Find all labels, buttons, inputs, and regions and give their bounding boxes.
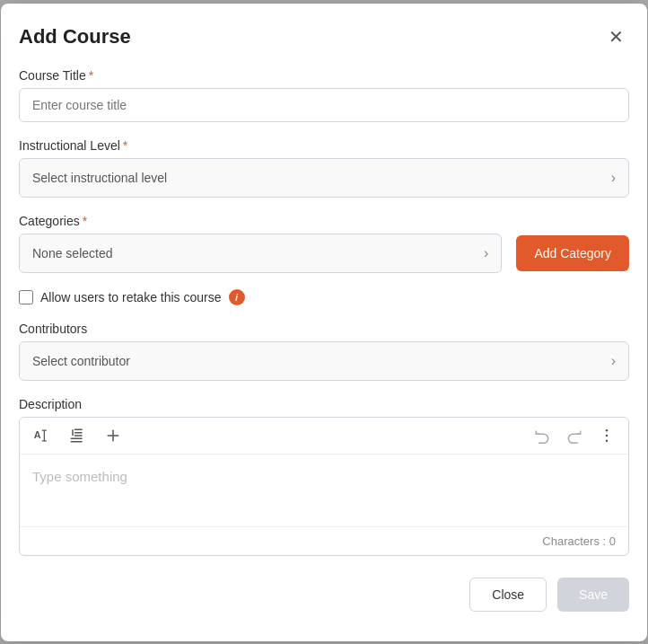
insert-icon[interactable] bbox=[102, 425, 124, 446]
save-button[interactable]: Save bbox=[557, 578, 629, 612]
instructional-level-label: Instructional Level * bbox=[19, 138, 629, 153]
description-label: Description bbox=[19, 397, 629, 411]
description-editor: A bbox=[19, 417, 629, 556]
allow-retake-row: Allow users to retake this course i bbox=[19, 289, 629, 305]
redo-icon[interactable] bbox=[564, 425, 585, 446]
more-options-icon[interactable] bbox=[596, 425, 617, 446]
undo-icon[interactable] bbox=[531, 425, 553, 446]
contributors-placeholder: Select contributor bbox=[32, 354, 130, 368]
categories-field: Categories * None selected › Add Categor… bbox=[19, 214, 629, 273]
svg-point-7 bbox=[606, 428, 609, 431]
toolbar-left: A bbox=[31, 425, 517, 446]
svg-point-8 bbox=[606, 434, 609, 437]
close-button[interactable]: Close bbox=[469, 578, 547, 612]
info-icon[interactable]: i bbox=[229, 289, 245, 305]
course-title-label: Course Title * bbox=[19, 68, 629, 83]
required-star: * bbox=[89, 68, 93, 83]
categories-label: Categories * bbox=[19, 214, 629, 228]
add-course-modal: Add Course ✕ Course Title * Instructiona… bbox=[1, 4, 647, 641]
chevron-right-icon-3: › bbox=[611, 353, 616, 369]
editor-placeholder: Type something bbox=[32, 469, 127, 484]
description-field: Description A bbox=[19, 397, 629, 556]
editor-toolbar: A bbox=[20, 418, 628, 454]
close-icon[interactable]: ✕ bbox=[603, 26, 629, 48]
contributors-label: Contributors bbox=[19, 322, 629, 336]
required-star-2: * bbox=[123, 138, 127, 153]
svg-point-9 bbox=[606, 439, 609, 442]
allow-retake-checkbox[interactable] bbox=[19, 290, 33, 304]
toolbar-right bbox=[531, 425, 617, 446]
chevron-right-icon: › bbox=[611, 170, 616, 186]
categories-placeholder: None selected bbox=[32, 246, 113, 260]
course-title-field: Course Title * bbox=[19, 68, 629, 122]
editor-footer: Characters : 0 bbox=[20, 526, 628, 555]
categories-row: None selected › Add Category bbox=[19, 234, 629, 273]
instructional-level-placeholder: Select instructional level bbox=[32, 171, 167, 185]
instructional-level-select[interactable]: Select instructional level › bbox=[19, 158, 629, 198]
svg-text:A: A bbox=[34, 429, 41, 440]
modal-footer: Close Save bbox=[19, 578, 629, 612]
characters-count: Characters : 0 bbox=[542, 534, 616, 548]
modal-title: Add Course bbox=[19, 25, 131, 49]
required-star-3: * bbox=[83, 214, 87, 228]
allow-retake-label: Allow users to retake this course bbox=[40, 290, 222, 304]
chevron-right-icon-2: › bbox=[484, 245, 488, 261]
add-category-button[interactable]: Add Category bbox=[516, 235, 629, 271]
editor-body[interactable]: Type something bbox=[20, 454, 628, 526]
course-title-input[interactable] bbox=[19, 88, 629, 122]
categories-select[interactable]: None selected › bbox=[19, 234, 502, 273]
contributors-field: Contributors Select contributor › bbox=[19, 322, 629, 381]
contributors-select[interactable]: Select contributor › bbox=[19, 341, 629, 381]
instructional-level-field: Instructional Level * Select instruction… bbox=[19, 138, 629, 198]
paragraph-icon[interactable] bbox=[66, 425, 88, 446]
modal-header: Add Course ✕ bbox=[19, 25, 629, 49]
font-size-icon[interactable]: A bbox=[31, 425, 52, 446]
